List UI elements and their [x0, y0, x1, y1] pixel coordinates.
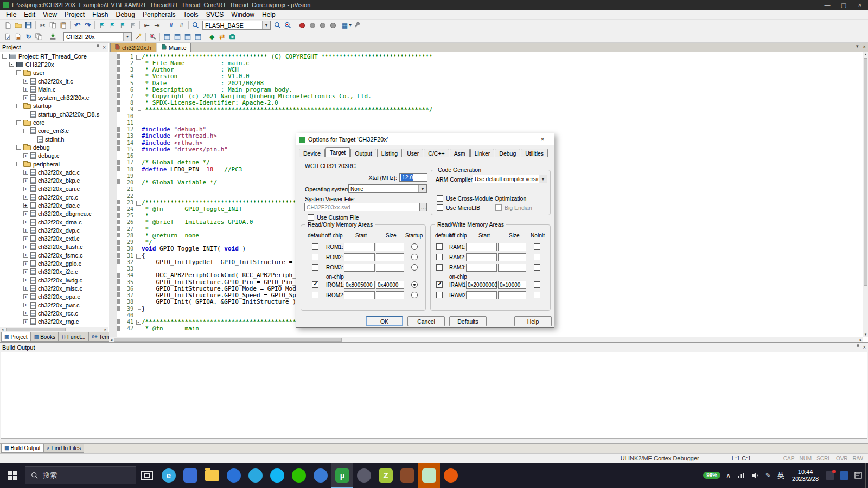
expander-icon[interactable]: +: [23, 228, 28, 233]
tray-app-icon-1[interactable]: [826, 471, 834, 480]
expander-icon[interactable]: +: [23, 261, 28, 266]
screenshot-tool-button[interactable]: [227, 32, 238, 42]
cancel-button[interactable]: Cancel: [407, 316, 445, 326]
size-input-rom1[interactable]: [376, 243, 404, 251]
action-center-icon[interactable]: [851, 472, 865, 479]
noinit-checkbox-ram1[interactable]: [534, 243, 540, 250]
build-output-hscrollbar[interactable]: [0, 439, 868, 443]
expander-icon[interactable]: +: [23, 245, 28, 249]
menu-window[interactable]: Window: [227, 10, 258, 19]
pin-icon[interactable]: [95, 44, 100, 51]
default-checkbox-ram1[interactable]: [436, 243, 443, 250]
tree-item-ch32f20x-bkp-c[interactable]: +ch32f20x_bkp.c: [0, 176, 108, 184]
maximize-button[interactable]: ▢: [835, 0, 852, 10]
build-output-content[interactable]: [1, 352, 867, 439]
start-input-irom2[interactable]: [344, 291, 375, 299]
close-panel-icon[interactable]: ×: [103, 44, 106, 50]
scroll-thumb[interactable]: [6, 328, 66, 331]
expander-icon[interactable]: +: [23, 211, 28, 216]
dialog-tab-debug[interactable]: Debug: [495, 149, 520, 157]
expander-icon[interactable]: +: [23, 95, 28, 100]
expander-icon[interactable]: +: [23, 87, 28, 92]
fold-margin[interactable]: -: [135, 252, 142, 259]
target-options-button[interactable]: [133, 32, 144, 42]
expander-icon[interactable]: +: [23, 236, 28, 241]
default-checkbox-rom1[interactable]: [312, 243, 318, 250]
menu-project[interactable]: Project: [61, 10, 88, 19]
start-debug-session-button[interactable]: d: [148, 32, 158, 42]
size-input-irom2[interactable]: [376, 291, 404, 299]
panel-tab-project[interactable]: ▣Project: [1, 332, 31, 342]
use-microlib-checkbox[interactable]: Use MicroLIB: [437, 204, 480, 211]
tree-item-ch32f20x-i2c-c[interactable]: +ch32f20x_i2c.c: [0, 268, 108, 276]
open-file-button[interactable]: [13, 21, 23, 30]
panel-tab-books[interactable]: ▤Books: [31, 332, 59, 342]
taskbar-app-app-gray-disc[interactable]: [353, 463, 375, 488]
arm-compiler-select[interactable]: Use default compiler version▼: [473, 175, 547, 183]
dialog-tab-output[interactable]: Output: [350, 149, 376, 157]
expander-icon[interactable]: -: [16, 120, 21, 125]
event-recorder-button[interactable]: ⇄: [217, 32, 227, 42]
fold-margin[interactable]: -: [135, 318, 142, 325]
dialog-tab-linker[interactable]: Linker: [470, 149, 495, 157]
ime-language-indicator[interactable]: 英: [774, 471, 788, 480]
noinit-checkbox-ram3[interactable]: [534, 264, 540, 271]
tree-item-core[interactable]: -core: [0, 118, 108, 126]
close-tab-icon[interactable]: ×: [863, 44, 866, 50]
uncomment-selection-button[interactable]: //: [176, 21, 187, 30]
default-checkbox-iram2[interactable]: [436, 292, 443, 298]
ok-button[interactable]: OK: [366, 316, 403, 326]
taskbar-app-qq[interactable]: [266, 463, 288, 488]
memory-window-button[interactable]: [193, 32, 203, 42]
taskbar-app-app-brown[interactable]: [397, 463, 418, 488]
size-input-rom2[interactable]: [376, 253, 404, 261]
insert-breakpoint-button[interactable]: [297, 21, 307, 30]
expander-icon[interactable]: +: [23, 203, 28, 208]
expander-icon[interactable]: -: [2, 54, 7, 59]
fold-margin[interactable]: -: [135, 199, 142, 206]
tree-item-ch32f20x-crc-c[interactable]: +ch32f20x_crc.c: [0, 193, 108, 201]
tree-item-core-cm3-c[interactable]: -core_cm3.c: [0, 127, 108, 135]
expander-icon[interactable]: -: [16, 162, 21, 166]
tree-item-ch32f20x-iwdg-c[interactable]: +ch32f20x_iwdg.c: [0, 276, 108, 284]
default-checkbox-iram1[interactable]: [436, 281, 443, 288]
chevron-down-icon[interactable]: ▼: [262, 21, 270, 29]
copy-button[interactable]: [48, 21, 58, 30]
editor-vscrollbar[interactable]: ▲ ▼: [863, 52, 868, 337]
output-tab-find-in-files[interactable]: ⌕Find In Files: [44, 444, 85, 453]
cross-module-checkbox[interactable]: Use Cross-Module Optimization: [437, 195, 526, 202]
pin-icon[interactable]: [856, 344, 860, 351]
menu-tools[interactable]: Tools: [180, 10, 202, 19]
menu-help[interactable]: Help: [258, 10, 279, 19]
menu-file[interactable]: File: [2, 10, 20, 19]
build-button[interactable]: [13, 32, 23, 42]
minimize-button[interactable]: —: [819, 0, 835, 10]
expander-icon[interactable]: +: [23, 319, 28, 324]
default-checkbox-rom2[interactable]: [312, 254, 318, 260]
size-input-irom1[interactable]: 0x40000: [376, 281, 404, 289]
size-input-ram2[interactable]: [498, 253, 526, 261]
taskbar-app-browser-compass[interactable]: [310, 463, 331, 488]
editor-tab-main-c[interactable]: Main.c: [157, 43, 191, 52]
scroll-up-icon[interactable]: ▲: [863, 52, 868, 57]
expander-icon[interactable]: -: [16, 104, 21, 108]
tab-list-icon[interactable]: ▼: [855, 44, 859, 50]
expander-icon[interactable]: -: [16, 145, 21, 150]
default-checkbox-ram2[interactable]: [436, 254, 443, 260]
tree-item-ch32f20x-flash-c[interactable]: +ch32f20x_flash.c: [0, 243, 108, 251]
system-viewer-file-input[interactable]: CH32F203xx.svd: [304, 203, 420, 211]
tree-item-peripheral[interactable]: -peripheral: [0, 160, 108, 168]
expander-icon[interactable]: +: [23, 79, 28, 84]
show-desktop-button[interactable]: [865, 463, 868, 488]
dialog-tab-target[interactable]: Target: [326, 147, 350, 157]
output-tab-build-output[interactable]: ▦Build Output: [1, 444, 44, 453]
expander-icon[interactable]: -: [16, 70, 21, 75]
start-input-ram3[interactable]: [466, 264, 497, 272]
start-input-ram1[interactable]: [466, 243, 497, 251]
panel-tab-funct[interactable]: {}Funct...: [59, 332, 88, 342]
xtal-input[interactable]: 12.0: [399, 173, 427, 182]
tray-expand-chevron-icon[interactable]: ∧: [723, 472, 734, 479]
tree-item-ch32f20x-opa-c[interactable]: +ch32f20x_opa.c: [0, 293, 108, 301]
noinit-checkbox-ram2[interactable]: [534, 254, 540, 260]
expander-icon[interactable]: +: [23, 178, 28, 183]
